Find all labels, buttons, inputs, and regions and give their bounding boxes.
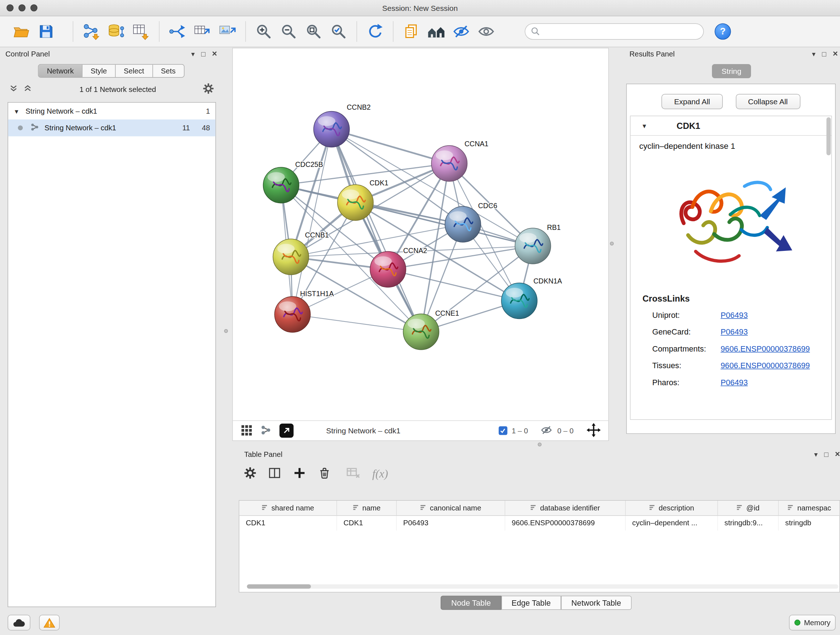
column-header-canonical-name[interactable]: canonical name (397, 501, 505, 516)
table-gear-icon[interactable] (244, 467, 256, 480)
panel-float-icon[interactable]: ▾ (191, 50, 195, 57)
show-all-button[interactable] (474, 19, 499, 44)
expand-all-button[interactable]: Expand All (662, 94, 722, 109)
zoom-in-button[interactable] (251, 19, 276, 44)
network-node-ccnb2[interactable]: CCNB2 (314, 103, 371, 147)
panel-close-icon[interactable]: × (833, 50, 838, 58)
network-edge[interactable] (332, 129, 422, 332)
table-cell[interactable]: CDK1 (337, 516, 397, 531)
panel-undock-icon[interactable]: □ (822, 50, 826, 57)
right-splitter-handle[interactable] (610, 242, 614, 246)
hidden-eye-icon[interactable] (540, 424, 553, 437)
tab-edge-table[interactable]: Edge Table (501, 596, 561, 610)
crosslink-link[interactable]: P06493 (721, 324, 748, 340)
memory-button[interactable]: Memory (789, 615, 836, 631)
network-node-rb1[interactable]: RB1 (515, 223, 561, 264)
string-tab-badge[interactable]: String (712, 64, 752, 78)
network-edge[interactable] (293, 315, 422, 332)
tab-select[interactable]: Select (115, 65, 153, 78)
crosslink-link[interactable]: 9606.ENSP00000378699 (721, 340, 810, 358)
hide-selected-button[interactable] (449, 19, 474, 44)
column-header-name[interactable]: name (337, 501, 397, 516)
expand-all-networks-icon[interactable] (9, 83, 19, 95)
pan-crosshair-icon[interactable] (587, 423, 601, 439)
zoom-fit-button[interactable] (302, 19, 326, 44)
network-edge[interactable] (332, 129, 450, 164)
table-cell[interactable]: stringdb:9... (718, 516, 779, 531)
add-column-icon[interactable] (293, 466, 306, 481)
network-node-hist1h1a[interactable]: HIST1H1A (275, 290, 334, 333)
help-button[interactable]: ? (715, 24, 731, 40)
panel-undock-icon[interactable]: □ (824, 450, 829, 458)
import-network-from-database-button[interactable] (104, 19, 129, 44)
column-header-namespac[interactable]: namespac (779, 501, 840, 516)
delete-column-icon[interactable] (318, 466, 331, 481)
import-network-button[interactable] (79, 19, 104, 44)
panel-undock-icon[interactable]: □ (201, 50, 205, 57)
column-header-shared-name[interactable]: shared name (240, 501, 337, 516)
minimize-window-button[interactable] (19, 4, 26, 11)
gene-collapse-icon[interactable]: ▼ (641, 122, 647, 129)
column-header-database-identifier[interactable]: database identifier (505, 501, 626, 516)
network-edge[interactable] (293, 129, 332, 315)
collapse-all-networks-icon[interactable] (23, 83, 33, 95)
panel-close-icon[interactable]: × (835, 450, 840, 458)
network-node-ccna1[interactable]: CCNA1 (431, 140, 489, 182)
network-node-ccnb1[interactable]: CCNB1 (273, 231, 329, 275)
scrollbar-thumb[interactable] (247, 584, 311, 589)
network-from-table-button[interactable] (190, 19, 215, 44)
panel-close-icon[interactable]: × (212, 50, 217, 58)
bottom-splitter-handle[interactable] (538, 443, 542, 447)
crosslink-link[interactable]: 9606.ENSP00000378699 (721, 357, 810, 374)
table-hscrollbar[interactable] (247, 584, 838, 589)
table-cell[interactable]: stringdb (779, 516, 840, 531)
tab-network-table[interactable]: Network Table (561, 596, 631, 610)
column-header--id[interactable]: @id (718, 501, 779, 516)
cloud-status-button[interactable] (8, 615, 30, 631)
search-input[interactable] (540, 27, 698, 36)
birds-eye-view-button[interactable] (424, 19, 449, 44)
annotations-button[interactable] (399, 19, 424, 44)
network-canvas[interactable]: CCNB2CCNA1CDC25BCDK1CDC6RB1CCNB1CCNA2CDK… (233, 49, 608, 421)
export-image-button[interactable] (215, 19, 240, 44)
table-cell[interactable]: 9606.ENSP00000378699 (505, 516, 626, 531)
search-box[interactable] (525, 24, 704, 40)
new-network-button[interactable] (165, 19, 190, 44)
left-splitter-handle[interactable] (224, 329, 228, 333)
save-session-button[interactable] (34, 19, 58, 44)
warnings-button[interactable] (39, 615, 60, 631)
select-columns-icon[interactable] (268, 466, 281, 481)
network-view-share-icon[interactable] (260, 424, 272, 438)
refresh-button[interactable] (363, 19, 387, 44)
grid-view-icon[interactable] (240, 424, 253, 438)
network-options-gear-icon[interactable] (203, 83, 214, 96)
detach-view-button[interactable] (279, 424, 294, 438)
panel-float-icon[interactable]: ▾ (812, 50, 815, 57)
tab-sets[interactable]: Sets (153, 65, 184, 78)
network-collection-row[interactable]: ▼ String Network – cdk1 1 (8, 103, 216, 120)
results-scrollbar[interactable] (827, 117, 831, 155)
table-cell[interactable]: P06493 (397, 516, 505, 531)
panel-float-icon[interactable]: ▾ (814, 450, 818, 458)
tab-network[interactable]: Network (39, 65, 82, 78)
tab-node-table[interactable]: Node Table (441, 596, 501, 610)
column-header-description[interactable]: description (626, 501, 718, 516)
import-table-button[interactable] (129, 19, 154, 44)
network-node-cdk1[interactable]: CDK1 (338, 179, 388, 221)
zoom-out-button[interactable] (276, 19, 302, 44)
crosslink-link[interactable]: P06493 (721, 307, 748, 324)
table-cell[interactable]: CDK1 (240, 516, 337, 531)
function-builder-icon[interactable]: f(x) (372, 467, 388, 480)
tab-style[interactable]: Style (82, 65, 116, 78)
network-row[interactable]: String Network – cdk1 11 48 (8, 119, 216, 136)
network-node-cdc6[interactable]: CDC6 (445, 202, 497, 242)
selected-nodes-checkbox[interactable] (499, 426, 507, 435)
table-row[interactable]: CDK1CDK1P064939606.ENSP00000378699cyclin… (240, 516, 840, 531)
collapse-all-button[interactable]: Collapse All (736, 94, 800, 109)
crosslink-link[interactable]: P06493 (721, 374, 748, 391)
table-cell[interactable]: cyclin–dependent ... (626, 516, 718, 531)
close-window-button[interactable] (6, 4, 14, 11)
tree-expand-icon[interactable]: ▼ (14, 108, 26, 114)
maximize-window-button[interactable] (30, 4, 38, 11)
zoom-selected-button[interactable] (326, 19, 351, 44)
